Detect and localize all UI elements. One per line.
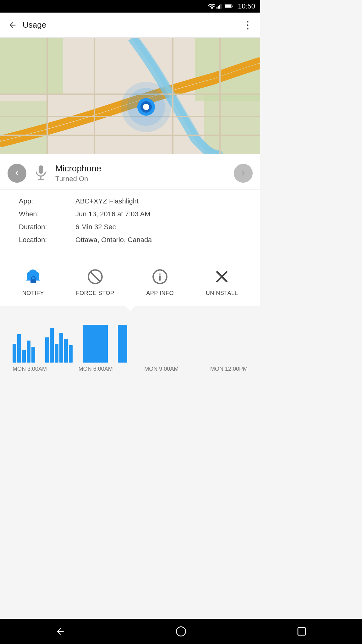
permission-item: Microphone Turned On [0, 154, 260, 190]
bell-icon [25, 268, 41, 286]
battery-icon [225, 4, 233, 9]
prev-button[interactable] [8, 164, 26, 183]
location-value: Ottawa, Ontario, Canada [75, 235, 152, 245]
chart-label-2: MON 9:00AM [144, 366, 178, 372]
force-stop-button[interactable]: FORCE STOP [76, 267, 114, 297]
status-icons [208, 3, 233, 9]
uninstall-icon-wrap [212, 267, 232, 287]
svg-rect-5 [232, 5, 233, 7]
duration-label: Duration: [19, 222, 75, 232]
location-detail-row: Location: Ottawa, Ontario, Canada [19, 235, 241, 245]
svg-point-9 [247, 28, 249, 29]
force-stop-label: FORCE STOP [76, 290, 114, 297]
when-detail-row: When: Jun 13, 2016 at 7:03 AM [19, 209, 241, 219]
info-icon [152, 269, 168, 285]
notify-icon-wrap [23, 267, 43, 287]
permission-info: Microphone Turned On [55, 164, 234, 183]
app-detail-row: App: ABC+XYZ Flashlight [19, 196, 241, 206]
next-button[interactable] [234, 164, 253, 183]
overflow-icon [247, 21, 249, 30]
svg-rect-3 [220, 4, 221, 9]
app-bar: Usage [0, 13, 260, 38]
app-info-icon-wrap [150, 267, 170, 287]
when-label: When: [19, 209, 75, 219]
svg-line-32 [90, 272, 100, 282]
content-area: Microphone Turned On App: ABC+XYZ Flashl… [0, 154, 260, 306]
page-title: Usage [23, 20, 240, 30]
chart-label-0: MON 3:00AM [13, 366, 47, 372]
next-icon [239, 169, 248, 178]
status-bar: 10:50 [0, 0, 260, 13]
block-icon [87, 269, 103, 285]
overflow-menu-button[interactable] [240, 18, 255, 33]
actions-section: NOTIFY FORCE STOP APP INFO [0, 257, 260, 306]
permission-status: Turned On [55, 175, 234, 183]
chart-section: MON 3:00AM MON 6:00AM MON 9:00AM MON 12:… [0, 315, 260, 385]
wifi-icon [208, 3, 215, 9]
when-value: Jun 13, 2016 at 7:03 AM [75, 209, 151, 219]
app-value: ABC+XYZ Flashlight [75, 196, 139, 206]
svg-rect-2 [219, 5, 220, 9]
microphone-icon [31, 164, 50, 183]
close-icon [214, 269, 230, 285]
svg-point-35 [159, 273, 161, 275]
duration-value: 6 Min 32 Sec [75, 222, 116, 232]
svg-point-26 [143, 104, 149, 110]
svg-rect-11 [0, 38, 63, 94]
location-label: Location: [19, 235, 75, 245]
permission-name: Microphone [55, 164, 234, 174]
map-image [0, 38, 260, 154]
uninstall-label: UNINSTALL [206, 290, 238, 297]
mic-svg [34, 165, 48, 181]
app-info-button[interactable]: APP INFO [146, 267, 174, 297]
duration-detail-row: Duration: 6 Min 32 Sec [19, 222, 241, 232]
prev-icon [13, 169, 21, 178]
back-icon [8, 21, 17, 30]
chart-label-1: MON 6:00AM [79, 366, 113, 372]
chart-label-3: MON 12:00PM [210, 366, 248, 372]
svg-point-7 [247, 21, 249, 22]
app-label: App: [19, 196, 75, 206]
details-section: App: ABC+XYZ Flashlight When: Jun 13, 20… [0, 190, 260, 257]
force-stop-icon-wrap [85, 267, 105, 287]
status-time: 10:50 [238, 2, 255, 10]
notify-label: NOTIFY [22, 290, 44, 297]
map-view[interactable] [0, 38, 260, 154]
section-divider [0, 306, 260, 315]
svg-rect-1 [218, 6, 219, 8]
svg-point-8 [247, 24, 249, 26]
svg-rect-30 [31, 279, 36, 283]
signal-icon [217, 3, 223, 9]
svg-rect-0 [217, 7, 217, 9]
svg-rect-14 [204, 94, 260, 154]
uninstall-button[interactable]: UNINSTALL [206, 267, 238, 297]
back-button[interactable] [5, 18, 20, 33]
svg-rect-6 [225, 5, 231, 8]
notify-button[interactable]: NOTIFY [22, 267, 44, 297]
svg-rect-27 [39, 165, 43, 174]
app-info-label: APP INFO [146, 290, 174, 297]
